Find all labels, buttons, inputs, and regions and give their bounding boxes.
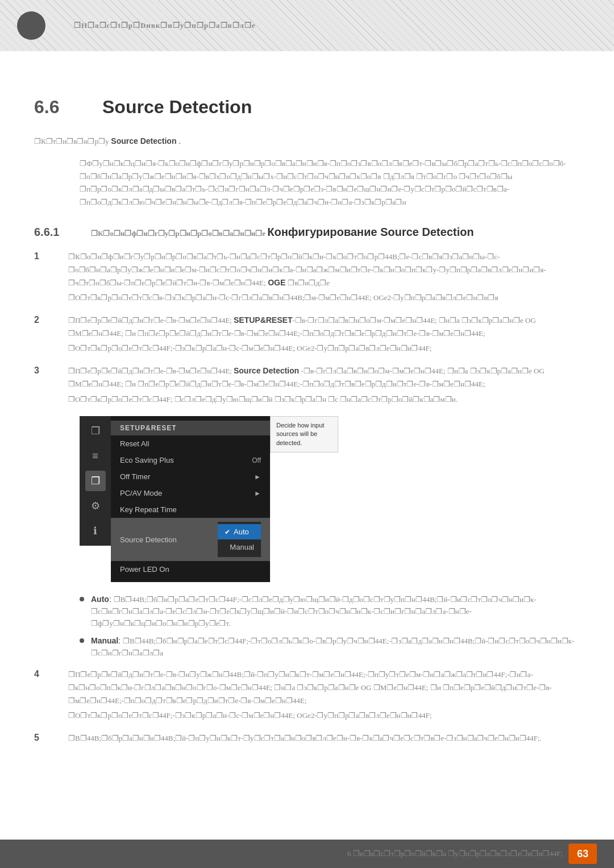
logo-circle: [17, 11, 45, 40]
submenu-auto[interactable]: ✔ Auto: [218, 524, 261, 539]
header-title: ❐H❐a❐c❐t❐p❐Dивк❐и❐у❐п❐р❐а❐в❐л❐е: [74, 21, 256, 30]
settings-icon: ❐: [85, 471, 106, 491]
menu-item-off-timer[interactable]: Off Timer ►: [111, 468, 270, 485]
step-1: 1 ❐К❐о❐н❐ф❐и❐г❐у❐р❐и❐р❐о❐в❐а❐т❐ь-❐н❐а❐с❐…: [34, 250, 580, 304]
step-3-content: ❐П❐е❐р❐е❐й❐д❐и❐т❐е-❐в-❐м❐е❐н❐44E; Source…: [68, 364, 580, 405]
step-2: 2 ❐П❐е❐р❐е❐й❐д❐и❐т❐е-❐в-❐м❐е❐н❐44E; SETU…: [34, 314, 580, 354]
step-4-sub: ❐О❐т❐к❐р❐о❐е❐т❐с❐44F;-❐э❐к❐р❐а❐н-❐с-❐м❐е…: [68, 710, 580, 721]
subsection-number: 6.6.1: [34, 226, 80, 239]
bullet-dot-manual: [80, 638, 84, 643]
footer-chapter-text: 6 ❐н❐а❐с❐т❐р❐о❐й❐к❐а ❐у❐п❐р❐а❐в❐л❐е❐н❐и❐…: [347, 849, 563, 858]
subsection-heading: 6.6.1 ❐К❐о❐н❐ф❐и❐г❐у❐р❐и❐р❐о❐в❐а❐н❐и❐е К…: [34, 226, 580, 239]
step-2-content: ❐П❐е❐р❐е❐й❐д❐и❐т❐е-❐в-❐м❐е❐н❐44E; SETUP&…: [68, 314, 580, 354]
page-footer: 6 ❐н❐а❐с❐т❐р❐о❐й❐к❐а ❐у❐п❐р❐а❐в❐л❐е❐н❐и❐…: [0, 840, 614, 868]
monitor-icon: ❐: [85, 421, 106, 441]
intro-bold: Source Detection: [111, 136, 176, 146]
submenu-manual[interactable]: Manual: [218, 539, 261, 555]
menu-item-pcav-mode[interactable]: PC/AV Mode ►: [111, 485, 270, 501]
menu-header: SETUP&RESET: [111, 421, 270, 435]
bullet-manual-text: Manual: ❐В❐44B;❐б❐и❐р❐а❐е❐т❐с❐44F;-❐т❐о❐…: [91, 635, 580, 659]
step-3: 3 ❐П❐е❐р❐е❐й❐д❐и❐т❐е-❐в-❐м❐е❐н❐44E; Sour…: [34, 364, 580, 405]
step-4: 4 ❐П❐е❐р❐е❐й❐д❐и❐т❐е-❐в-❐н❐у❐ж❐н❐44B;❐й-…: [34, 668, 580, 721]
header-bar: ❐H❐a❐c❐t❐p❐Dивк❐и❐у❐п❐р❐а❐в❐л❐е: [0, 0, 614, 51]
menu-item-source-detection[interactable]: Source Detection ✔ Auto Manual: [111, 518, 270, 561]
menu-main-panel: SETUP&RESET Reset All Eco Saving Plus Of…: [111, 416, 270, 582]
step-3-number: 3: [34, 364, 68, 376]
steps-container-2: 4 ❐П❐е❐р❐е❐й❐д❐и❐т❐е-❐в-❐н❐у❐ж❐н❐44B;❐й-…: [34, 668, 580, 745]
steps-container: 1 ❐К❐о❐н❐ф❐и❐г❐у❐р❐и❐р❐о❐в❐а❐т❐ь-❐н❐а❐с❐…: [34, 250, 580, 405]
step-2-number: 2: [34, 314, 68, 325]
step-4-content: ❐П❐е❐р❐е❐й❐д❐и❐т❐е-❐в-❐н❐у❐ж❐н❐44B;❐й-❐п…: [68, 668, 580, 721]
step-1-sub: ❐О❐т❐к❐р❐о❐е❐т❐с❐я-❐э❐к❐р❐а❐н-❐с-❐г❐л❐а❐…: [68, 292, 580, 304]
bullet-auto-text: Auto: ❐В❐44B;❐б❐и❐р❐а❐е❐т❐с❐44F;-❐с❐л❐е❐…: [91, 593, 580, 629]
section-heading: 6.6 Source Detection: [34, 97, 580, 118]
body-paragraph: ❐Ф❐у❐н❐к❐ц❐и❐я-❐к❐о❐н❐ф❐и❐г❐у❐р❐и❐р❐о❐в❐…: [80, 157, 580, 209]
page-number: 63: [569, 844, 597, 864]
step-5-content: ❐В❐44B;❐б❐р❐а❐н❐н❐44B;❐й-❐п❐у❐н❐к❐т-❐у❐с…: [68, 732, 580, 745]
menu-item-key-repeat[interactable]: Key Repeat Time: [111, 501, 270, 518]
subsection-title: ❐К❐о❐н❐ф❐и❐г❐у❐р❐и❐р❐о❐в❐а❐н❐и❐е Конфигу…: [91, 226, 474, 239]
bullet-auto: Auto: ❐В❐44B;❐б❐и❐р❐а❐е❐т❐с❐44F;-❐с❐л❐е❐…: [80, 593, 580, 629]
gear-icon: ⚙: [85, 496, 106, 516]
bullet-manual: Manual: ❐В❐44B;❐б❐и❐р❐а❐е❐т❐с❐44F;-❐т❐о❐…: [80, 635, 580, 659]
info-icon: ℹ: [85, 521, 106, 541]
menu-sidebar: ❐ ≡ ❐ ⚙ ℹ: [80, 416, 111, 546]
step-3-sub: ❐О❐т❐к❐р❐о❐е❐т❐с❐44F; ❐с❐л❐е❐д❐у❐ю❐щ❐и❐й…: [68, 394, 580, 405]
bullet-list: Auto: ❐В❐44B;❐б❐и❐р❐а❐е❐т❐с❐44F;-❐с❐л❐е❐…: [80, 593, 580, 659]
menu-tooltip: Decide how input sources will be detecte…: [270, 416, 338, 452]
menu-submenu: ✔ Auto Manual: [217, 522, 261, 557]
intro-paragraph: ❐К❐т❐и❐в❐и❐р❐у Source Detection .: [34, 135, 580, 148]
step-5: 5 ❐В❐44B;❐б❐р❐а❐н❐н❐44B;❐й-❐п❐у❐н❐к❐т-❐у…: [34, 732, 580, 745]
menu-item-eco-saving[interactable]: Eco Saving Plus Off: [111, 452, 270, 468]
step-1-number: 1: [34, 250, 68, 261]
menu-item-reset-all[interactable]: Reset All: [111, 435, 270, 452]
menu-item-power-led[interactable]: Power LED On: [111, 561, 270, 578]
main-content: 6.6 Source Detection ❐К❐т❐и❐в❐и❐р❐у Sour…: [0, 51, 614, 789]
step-4-number: 4: [34, 668, 68, 679]
menu-screenshot: ❐ ≡ ❐ ⚙ ℹ SETUP&RESET Reset All Eco Savi…: [80, 416, 534, 582]
step-2-sub: ❐О❐т❐к❐р❐о❐е❐т❐с❐44F;-❐э❐к❐р❐а❐н-❐с-❐м❐е…: [68, 343, 580, 354]
step-1-content: ❐К❐о❐н❐ф❐и❐г❐у❐р❐и❐р❐о❐в❐а❐т❐ь-❐н❐а❐с❐т❐…: [68, 250, 580, 304]
section-title: Source Detection: [102, 97, 252, 118]
section-number: 6.6: [34, 97, 80, 118]
list-icon: ≡: [85, 446, 106, 466]
step-5-number: 5: [34, 732, 68, 743]
bullet-dot-auto: [80, 597, 84, 601]
